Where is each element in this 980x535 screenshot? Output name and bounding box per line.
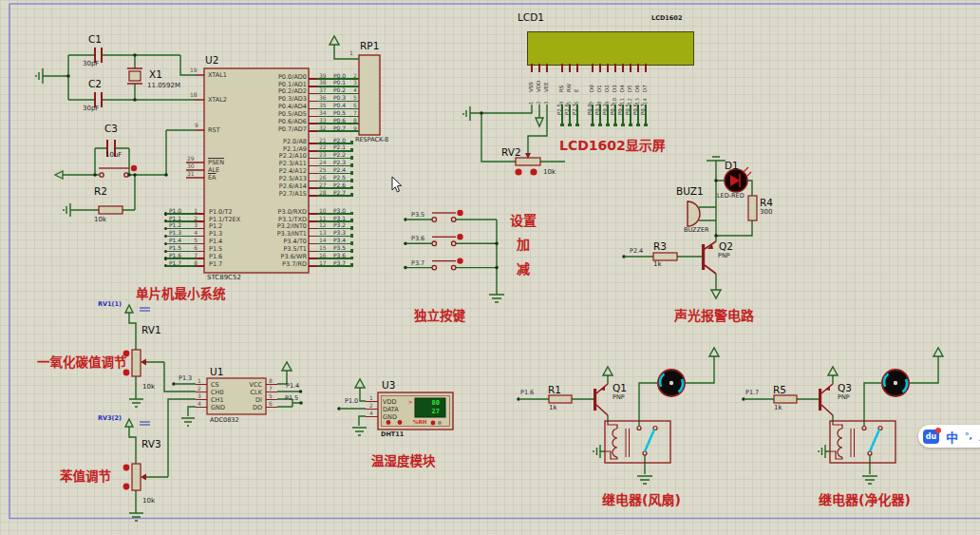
junction-dot-lcd [480, 111, 483, 115]
lcd-pin-col: VSS 1 [528, 64, 536, 105]
net-label: P2.7 [573, 104, 578, 115]
r5-value: 1k [774, 405, 782, 411]
resistor-r1[interactable] [549, 395, 572, 403]
pin-row: VCC 8 [236, 380, 313, 388]
relay-purifier[interactable] [830, 421, 895, 463]
pin-name: RS [559, 72, 565, 92]
pin-num: 19 [190, 67, 198, 73]
c2-ref: C2 [88, 79, 102, 89]
pin-name: D7 [643, 72, 649, 92]
net-label: P0.6 [633, 104, 639, 115]
x1-value: 11.0592M [147, 83, 180, 89]
pin-num: 18 [190, 92, 198, 98]
pot-rv3[interactable] [132, 464, 146, 490]
rv3-ref: RV3 [141, 439, 161, 449]
rv3-increase-dot[interactable] [123, 465, 130, 471]
net-label: P0.2 [333, 86, 346, 93]
pin-row: CLK 7 [236, 388, 313, 395]
pin-name: P2.7/A15 [279, 190, 307, 198]
key-function-label: 加 [497, 234, 550, 253]
pin-num: 7 [269, 385, 273, 392]
pin-num: 9 [195, 123, 198, 128]
pin-num: 3 [544, 92, 550, 105]
transistor-q1[interactable] [594, 384, 608, 415]
pin-num: 38 [319, 79, 327, 86]
wire-block: P0.7 [642, 105, 650, 126]
transistor-q2[interactable] [702, 241, 716, 274]
net-label: P0.1 [595, 104, 601, 115]
relay-fan[interactable] [605, 421, 670, 463]
lcd-pin-col: D2 9 P0.2 [604, 64, 612, 126]
net-label: P2.6 [333, 182, 346, 188]
dht-temperature-value: 27 [421, 409, 440, 415]
rv1-ref: RV1 [141, 325, 161, 335]
pin-num: 34 [319, 109, 327, 116]
lcd-power-pins: VSS 1 VDD 2 VEE 3 [528, 64, 551, 105]
reset-input-terminal[interactable] [55, 171, 63, 179]
lcd-screen[interactable] [527, 31, 694, 66]
crystal-x1[interactable] [127, 68, 142, 84]
reset-button-actuator[interactable] [131, 165, 137, 171]
r1-ref: R1 [548, 385, 561, 395]
ime-logo-icon[interactable]: du [923, 430, 939, 444]
pin-name: P1.7 [209, 260, 222, 268]
q3-part: PNP [838, 394, 850, 401]
r3-ref: R3 [653, 241, 667, 252]
lcd-pin-col: VEE 3 [543, 64, 551, 105]
pin-num: 33 [319, 117, 327, 124]
pin-row: DI 5 [236, 395, 313, 403]
net-label: P2.6 [565, 104, 571, 115]
ground-arrow-icon [711, 290, 721, 298]
transistor-q3[interactable] [819, 384, 833, 415]
input-terminal-icon [125, 305, 133, 313]
terminal-square [598, 124, 602, 127]
key-row: P3.5 设置 [405, 208, 550, 232]
rv3-value: 10k [142, 498, 155, 505]
c2-value: 30pF [83, 105, 99, 112]
power-arrow-icon [828, 367, 838, 375]
terminal-square [636, 124, 640, 127]
buzzer-buz1[interactable] [688, 201, 700, 226]
pin-num: 23 [319, 151, 327, 158]
ime-language-toggle[interactable]: 中 [946, 428, 958, 446]
respack-rp1-body[interactable] [359, 55, 380, 135]
dht-cursor-glyph: > [408, 400, 413, 406]
net-label: P0.5 [626, 104, 631, 115]
power-arrow-icon [933, 348, 943, 356]
pin-num: 27 [319, 182, 327, 188]
motor-fan[interactable] [658, 370, 685, 396]
rv2-increase-dot[interactable] [515, 168, 521, 175]
net-label: P2.4 [333, 166, 346, 173]
c1-value: 30pF [83, 61, 99, 67]
resistor-r2[interactable] [99, 206, 122, 214]
ground-arrow-icon [536, 118, 543, 126]
rv2-ref: RV2 [501, 147, 521, 158]
resistor-r5[interactable] [774, 395, 797, 403]
pin-num: 8 [269, 377, 273, 384]
pot-rv1[interactable] [132, 350, 146, 376]
pin-name: D1 [597, 72, 603, 92]
resistor-r4[interactable] [748, 196, 757, 220]
rv2-value: 10k [543, 169, 556, 176]
pin-stub [531, 64, 533, 72]
pin-stub [561, 64, 563, 72]
pin-row: 4 GND [364, 412, 421, 420]
u3-ref: U3 [382, 380, 395, 391]
rp1-pin-num: 6 [353, 102, 357, 108]
schematic-canvas[interactable]: C1 30pF C2 30pF X1 11.0592M C3 10uF R2 1… [0, 0, 980, 535]
key-row: P3.6 加 [405, 232, 550, 256]
reset-button[interactable] [99, 168, 129, 177]
q3-ref: Q3 [838, 383, 852, 393]
pin-num: 39 [319, 72, 327, 79]
rp1-pin-num: 3 [353, 79, 357, 86]
purifier-net-dot [742, 397, 745, 401]
rv3-decrease-dot[interactable] [123, 484, 130, 490]
pin-num: 29 [187, 156, 195, 162]
motor-purifier[interactable] [882, 370, 909, 396]
ime-punctuation-toggle[interactable]: °, [965, 431, 972, 441]
rv1-decrease-dot[interactable] [123, 370, 130, 376]
pin-stub [614, 64, 616, 72]
resistor-r3[interactable] [653, 253, 677, 260]
ime-toolbar[interactable]: du 中 °, A [918, 425, 980, 448]
rv2-decrease-dot[interactable] [530, 168, 537, 175]
